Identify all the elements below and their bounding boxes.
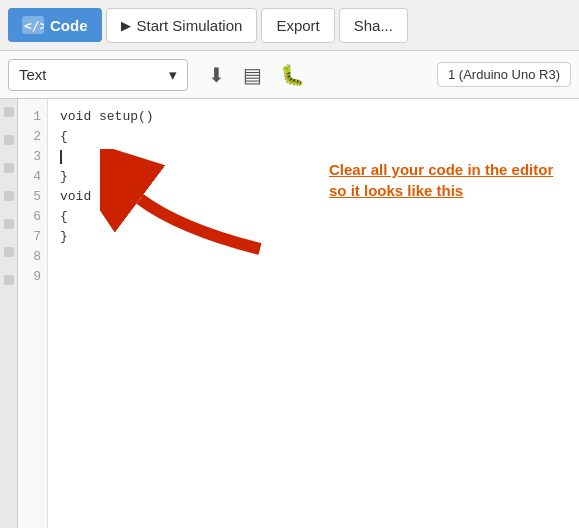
panel-indicator	[4, 163, 14, 173]
print-icon: ▤	[243, 63, 262, 87]
print-button[interactable]: ▤	[239, 59, 266, 91]
code-icon: </>	[22, 16, 44, 34]
export-label: Export	[276, 17, 319, 34]
code-line: {	[60, 207, 567, 227]
left-panel	[0, 99, 18, 528]
export-button[interactable]: Export	[261, 8, 334, 43]
code-button[interactable]: </> Code	[8, 8, 102, 42]
line-number: 7	[24, 227, 41, 247]
secondary-toolbar: Text ▾ ⬇ ▤ 🐛 1 (Arduino Uno R3)	[0, 51, 579, 99]
panel-indicator	[4, 191, 14, 201]
code-line: }	[60, 227, 567, 247]
code-label: Code	[50, 17, 88, 34]
panel-indicator	[4, 275, 14, 285]
share-button[interactable]: Sha...	[339, 8, 408, 43]
annotation-text: Clear all your code in the editor so it …	[329, 159, 559, 201]
editor-container: 123456789 void setup(){}void loop(){} Cl…	[0, 99, 579, 528]
dropdown-label: Text	[19, 66, 47, 83]
share-label: Sha...	[354, 17, 393, 34]
chevron-down-icon: ▾	[169, 66, 177, 84]
top-toolbar: </> Code ▶ Start Simulation Export Sha..…	[0, 0, 579, 51]
text-cursor	[60, 150, 62, 164]
start-simulation-button[interactable]: ▶ Start Simulation	[106, 8, 258, 43]
line-number: 8	[24, 247, 41, 267]
panel-indicator	[4, 135, 14, 145]
line-number: 2	[24, 127, 41, 147]
start-simulation-label: Start Simulation	[137, 17, 243, 34]
svg-text:</>: </>	[24, 18, 44, 33]
line-number: 1	[24, 107, 41, 127]
toolbar2-icon-group: ⬇ ▤ 🐛	[204, 59, 309, 91]
bug-icon: 🐛	[280, 63, 305, 87]
download-icon: ⬇	[208, 63, 225, 87]
code-line: void setup()	[60, 107, 567, 127]
line-number: 4	[24, 167, 41, 187]
line-number: 3	[24, 147, 41, 167]
code-line: {	[60, 127, 567, 147]
text-mode-dropdown[interactable]: Text ▾	[8, 59, 188, 91]
line-numbers: 123456789	[18, 99, 48, 528]
line-number: 6	[24, 207, 41, 227]
panel-indicator	[4, 247, 14, 257]
download-button[interactable]: ⬇	[204, 59, 229, 91]
panel-indicator	[4, 219, 14, 229]
panel-indicator	[4, 107, 14, 117]
line-number: 9	[24, 267, 41, 287]
device-badge: 1 (Arduino Uno R3)	[437, 62, 571, 87]
play-icon: ▶	[121, 18, 131, 33]
bug-button[interactable]: 🐛	[276, 59, 309, 91]
line-number: 5	[24, 187, 41, 207]
